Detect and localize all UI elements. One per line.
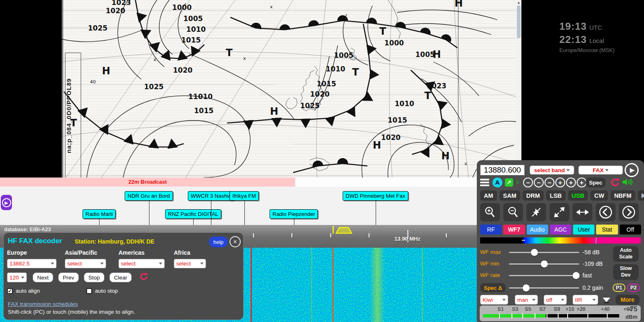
more-button[interactable]: More	[616, 295, 639, 305]
tab-off[interactable]: Off	[620, 225, 641, 234]
auto-scale-button[interactable]: AutoScale	[613, 246, 639, 262]
tab-stat[interactable]: Stat	[596, 225, 618, 234]
speaker-icon[interactable]	[622, 178, 633, 187]
pressure-label: 40	[90, 79, 96, 85]
refresh-icon[interactable]	[610, 178, 620, 187]
auto-stop-checkbox[interactable]	[86, 288, 92, 294]
zoom-to-band-button[interactable]	[526, 203, 546, 221]
extension-play-button[interactable]: ▶	[1, 195, 12, 210]
wf-min-slider[interactable]	[509, 263, 579, 265]
iir-select[interactable]: IIR	[573, 295, 598, 305]
pressure-label: 1020	[310, 90, 329, 98]
auto-align-checkbox[interactable]: ✓	[7, 288, 13, 294]
preset-1-button[interactable]: P1	[613, 284, 625, 292]
zoom-all-button[interactable]	[549, 203, 569, 221]
passband-width-button[interactable]	[573, 203, 592, 221]
spec-button[interactable]: Spec	[586, 178, 606, 187]
preset-2-button[interactable]: P2	[627, 284, 640, 292]
fax-image[interactable]: 1023102010001005101010151025H10201025T40…	[62, 0, 516, 178]
zoom-step-minus-icon[interactable]: −	[534, 178, 544, 187]
slider-knob[interactable]	[573, 272, 580, 279]
slider-knob[interactable]	[531, 249, 538, 256]
play-icon: ▶	[2, 198, 11, 207]
mode-nbfm-button[interactable]: NBFM	[611, 190, 635, 201]
mode-sam-button[interactable]: SAM	[500, 190, 520, 201]
shift-right-button[interactable]	[619, 203, 639, 221]
decoder-title: HF FAX decoder	[8, 237, 62, 245]
man-select[interactable]: man	[515, 295, 538, 305]
off-select[interactable]: off	[544, 295, 567, 305]
mode-usb-button[interactable]: USB	[568, 190, 588, 201]
extension-select[interactable]: FAX	[578, 166, 623, 175]
frequency-select-americas[interactable]: select	[118, 259, 165, 268]
wf-rate-slider[interactable]	[509, 275, 579, 276]
station-label[interactable]: Radio Piepzender	[270, 209, 318, 219]
database-label: database: EiBi-A23	[4, 227, 51, 232]
kiwisdr-ui: 1023102010001005101010151025H10201025T40…	[0, 0, 644, 322]
station-label[interactable]: RNZ Pacific DIGITAL	[165, 209, 221, 219]
pressure-label: 1020	[173, 66, 192, 74]
decoder-refresh-button[interactable]	[138, 272, 149, 282]
zoom-in-button[interactable]	[480, 203, 500, 221]
zoom-step-plus-icon[interactable]: +	[577, 178, 587, 187]
band-select[interactable]: select band	[530, 166, 574, 175]
slider-knob[interactable]	[541, 260, 548, 268]
snapshot-icon[interactable]: ↗	[505, 178, 513, 187]
menu-icon[interactable]	[480, 179, 489, 187]
slider-label: WF max	[480, 249, 501, 255]
fax-scrollbar-thumb[interactable]	[517, 5, 521, 38]
tab-wf7[interactable]: WF7	[503, 225, 525, 234]
station-label[interactable]: NDR Gru an Bord	[125, 191, 173, 201]
slider-knob[interactable]	[523, 284, 530, 291]
tab-agc[interactable]: AGC	[550, 225, 571, 234]
signal-band-green	[370, 248, 385, 322]
receiver-control-panel: select band FAX ▶ A ↗ 9 −−−+++ Spec AMSA…	[477, 160, 644, 322]
frequency-select-africa[interactable]: select	[174, 259, 206, 268]
dropdown-caret-icon[interactable]	[603, 298, 610, 303]
shift-left-button[interactable]	[596, 203, 616, 221]
mode-iq-button[interactable]: IQ	[638, 190, 644, 201]
zoom-step-plus-icon[interactable]: +	[555, 178, 565, 187]
stop-button[interactable]: Stop	[84, 272, 104, 282]
fax-scrollbar[interactable]: ▲	[516, 0, 521, 178]
s-meter-label: +10	[566, 306, 574, 312]
tab-audio[interactable]: Audio	[527, 225, 548, 234]
play-button[interactable]: ▶	[625, 163, 639, 177]
passband-marker[interactable]	[330, 225, 356, 234]
pressure-label: 1025	[300, 102, 320, 110]
tab-rf[interactable]: RF	[480, 225, 502, 234]
station-label[interactable]: Ifrikya FM	[230, 191, 259, 201]
zoom-step-minus-icon[interactable]: −	[523, 178, 533, 187]
s-meter-tick	[522, 313, 523, 318]
mode-lsb-button[interactable]: LSB	[546, 190, 566, 201]
lpm-select[interactable]: 120	[7, 272, 27, 282]
spec-delta-button[interactable]: Spec Δ	[480, 283, 506, 292]
clear-button[interactable]: Clear	[109, 272, 132, 282]
next-button[interactable]: Next	[33, 272, 53, 282]
scroll-up-icon[interactable]: ▲	[516, 0, 521, 5]
frequency-select-europe[interactable]: 13882.5	[7, 259, 57, 268]
kiwi-select[interactable]: Kiwi	[480, 295, 508, 305]
band-22m-broadcast[interactable]: 22m Broadcast	[0, 178, 295, 187]
frequency-input[interactable]	[480, 165, 525, 175]
mode-cw-button[interactable]: CW	[590, 190, 608, 201]
chevron-down-icon	[592, 299, 596, 301]
spec-gain-slider[interactable]	[509, 287, 579, 289]
mode-drm-button[interactable]: DRM	[523, 190, 544, 201]
mode-am-button[interactable]: AM	[480, 190, 497, 201]
station-label[interactable]: WWCR 3 Nashvi	[188, 191, 234, 201]
zoom-step-plus-icon[interactable]: +	[566, 178, 576, 187]
zoom-out-button[interactable]	[503, 203, 523, 221]
agc-badge[interactable]: A	[492, 178, 502, 187]
prev-button[interactable]: Prev	[58, 272, 79, 282]
frequency-select-asia-pacific[interactable]: select	[65, 259, 106, 268]
station-label[interactable]: DWD Pinneberg Met Fax	[343, 191, 408, 201]
fax-schedules-link[interactable]: FAX transmission schedules	[8, 301, 78, 307]
tab-user[interactable]: User	[573, 225, 594, 234]
station-label[interactable]: Radio Marti	[83, 209, 116, 219]
slow-dev-button[interactable]: SlowDev	[613, 264, 639, 280]
wf-max-slider[interactable]	[509, 252, 579, 253]
close-icon[interactable]: ×	[230, 236, 241, 247]
zoom-step-minus-icon[interactable]: −	[545, 178, 554, 187]
help-button[interactable]: help	[209, 237, 228, 247]
